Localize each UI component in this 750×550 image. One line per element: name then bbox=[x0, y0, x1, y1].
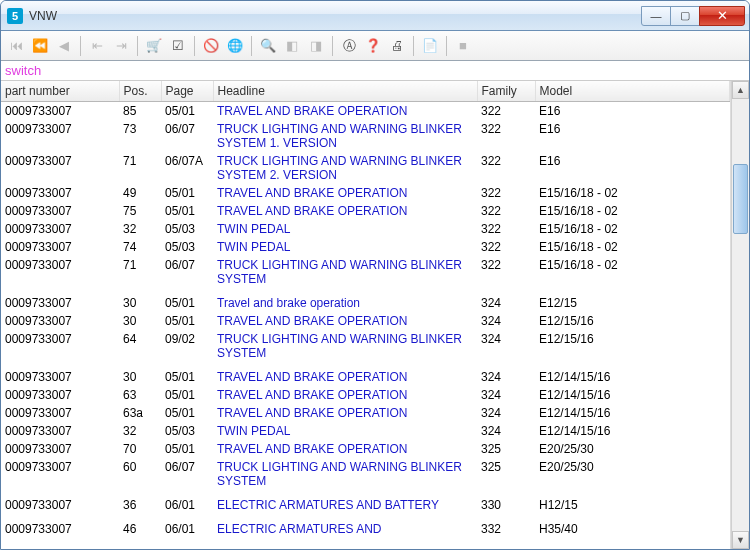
table-row[interactable]: 00097330073005/01TRAVEL AND BRAKE OPERAT… bbox=[1, 368, 730, 386]
cell-model: E15/16/18 - 02 bbox=[535, 238, 730, 256]
column-header-headline[interactable]: Headline bbox=[213, 81, 477, 102]
cell-family: 322 bbox=[477, 152, 535, 184]
table-row[interactable]: 00097330078505/01TRAVEL AND BRAKE OPERAT… bbox=[1, 102, 730, 121]
cell-model: E16 bbox=[535, 120, 730, 152]
table-row[interactable]: 00097330077106/07ATRUCK LIGHTING AND WAR… bbox=[1, 152, 730, 184]
column-header-family[interactable]: Family bbox=[477, 81, 535, 102]
cell-page: 05/03 bbox=[161, 422, 213, 440]
cell-pos: 30 bbox=[119, 294, 161, 312]
results-grid[interactable]: part numberPos.PageHeadlineFamilyModel 0… bbox=[1, 81, 731, 549]
table-row[interactable]: 00097330076006/07TRUCK LIGHTING AND WARN… bbox=[1, 458, 730, 490]
cell-model: E15/16/18 - 02 bbox=[535, 220, 730, 238]
cell-family: 324 bbox=[477, 404, 535, 422]
cell-part-number: 0009733007 bbox=[1, 256, 119, 288]
cell-part-number: 0009733007 bbox=[1, 238, 119, 256]
table-row[interactable]: 00097330077405/03TWIN PEDAL322E15/16/18 … bbox=[1, 238, 730, 256]
table-row[interactable]: 00097330073205/03TWIN PEDAL322E15/16/18 … bbox=[1, 220, 730, 238]
cell-part-number: 0009733007 bbox=[1, 404, 119, 422]
table-row[interactable]: 00097330073606/01ELECTRIC ARMATURES AND … bbox=[1, 496, 730, 514]
cell-page: 06/01 bbox=[161, 520, 213, 538]
print-icon[interactable]: 🖨 bbox=[386, 35, 408, 57]
cell-family: 322 bbox=[477, 202, 535, 220]
cell-pos: 60 bbox=[119, 458, 161, 490]
zoom-icon: 🔍 bbox=[257, 35, 279, 57]
cell-part-number: 0009733007 bbox=[1, 294, 119, 312]
cell-headline: TWIN PEDAL bbox=[213, 238, 477, 256]
checklist-icon[interactable]: ☑ bbox=[167, 35, 189, 57]
cell-page: 05/01 bbox=[161, 202, 213, 220]
cell-headline: TRUCK LIGHTING AND WARNING BLINKER SYSTE… bbox=[213, 120, 477, 152]
cell-model: H35/40 bbox=[535, 520, 730, 538]
cell-pos: 32 bbox=[119, 220, 161, 238]
cell-family: 324 bbox=[477, 368, 535, 386]
cell-page: 06/07A bbox=[161, 152, 213, 184]
cell-part-number: 0009733007 bbox=[1, 368, 119, 386]
cell-model: E12/14/15/16 bbox=[535, 404, 730, 422]
cell-page: 05/01 bbox=[161, 368, 213, 386]
cell-model: E12/14/15/16 bbox=[535, 422, 730, 440]
cell-family: 322 bbox=[477, 184, 535, 202]
column-header-part-number[interactable]: part number bbox=[1, 81, 119, 102]
cell-part-number: 0009733007 bbox=[1, 312, 119, 330]
stop-icon: ■ bbox=[452, 35, 474, 57]
window-controls: — ▢ ✕ bbox=[642, 6, 745, 26]
cell-pos: 71 bbox=[119, 256, 161, 288]
cell-family: 322 bbox=[477, 102, 535, 121]
cell-headline: TRAVEL AND BRAKE OPERATION bbox=[213, 102, 477, 121]
help-icon[interactable]: ❓ bbox=[362, 35, 384, 57]
cell-page: 06/07 bbox=[161, 458, 213, 490]
annotation-icon[interactable]: Ⓐ bbox=[338, 35, 360, 57]
cell-part-number: 0009733007 bbox=[1, 102, 119, 121]
table-row[interactable]: 00097330077306/07TRUCK LIGHTING AND WARN… bbox=[1, 120, 730, 152]
cell-model: H12/15 bbox=[535, 496, 730, 514]
minimize-button[interactable]: — bbox=[641, 6, 671, 26]
app-window: 5 VNW — ▢ ✕ ⏮⏪◀⇤⇥🛒☑🚫🌐🔍◧◨Ⓐ❓🖨📄■ switch par… bbox=[0, 0, 750, 550]
globe-icon[interactable]: 🌐 bbox=[224, 35, 246, 57]
cell-headline: TRUCK LIGHTING AND WARNING BLINKER SYSTE… bbox=[213, 152, 477, 184]
cell-pos: 30 bbox=[119, 368, 161, 386]
table-row[interactable]: 00097330076409/02TRUCK LIGHTING AND WARN… bbox=[1, 330, 730, 362]
cell-pos: 36 bbox=[119, 496, 161, 514]
cell-part-number: 0009733007 bbox=[1, 184, 119, 202]
cell-model: E12/14/15/16 bbox=[535, 368, 730, 386]
table-row[interactable]: 00097330076305/01TRAVEL AND BRAKE OPERAT… bbox=[1, 386, 730, 404]
table-row[interactable]: 000973300763a05/01TRAVEL AND BRAKE OPERA… bbox=[1, 404, 730, 422]
table-row[interactable]: 00097330074606/01ELECTRIC ARMATURES AND3… bbox=[1, 520, 730, 538]
cell-family: 325 bbox=[477, 458, 535, 490]
scroll-track[interactable] bbox=[732, 99, 749, 531]
table-row[interactable]: 00097330073005/01TRAVEL AND BRAKE OPERAT… bbox=[1, 312, 730, 330]
table-row[interactable]: 00097330077106/07TRUCK LIGHTING AND WARN… bbox=[1, 256, 730, 288]
table-row[interactable]: 00097330073205/03TWIN PEDAL324E12/14/15/… bbox=[1, 422, 730, 440]
maximize-button[interactable]: ▢ bbox=[670, 6, 700, 26]
column-header-model[interactable]: Model bbox=[535, 81, 730, 102]
table-row[interactable]: 00097330074905/01TRAVEL AND BRAKE OPERAT… bbox=[1, 184, 730, 202]
cell-model: E12/15 bbox=[535, 294, 730, 312]
first-icon: ⏮ bbox=[5, 35, 27, 57]
unflag-icon[interactable]: 🚫 bbox=[200, 35, 222, 57]
cell-part-number: 0009733007 bbox=[1, 202, 119, 220]
scroll-up-button[interactable]: ▲ bbox=[732, 81, 749, 99]
cell-pos: 63a bbox=[119, 404, 161, 422]
scroll-down-button[interactable]: ▼ bbox=[732, 531, 749, 549]
cell-pos: 70 bbox=[119, 440, 161, 458]
toolbar-separator bbox=[413, 36, 414, 56]
table-row[interactable]: 00097330077005/01TRAVEL AND BRAKE OPERAT… bbox=[1, 440, 730, 458]
scroll-thumb[interactable] bbox=[733, 164, 748, 234]
cell-family: 324 bbox=[477, 422, 535, 440]
cart-icon[interactable]: 🛒 bbox=[143, 35, 165, 57]
close-button[interactable]: ✕ bbox=[699, 6, 745, 26]
vertical-scrollbar[interactable]: ▲ ▼ bbox=[731, 81, 749, 549]
cell-headline: TRAVEL AND BRAKE OPERATION bbox=[213, 404, 477, 422]
toolbar-separator bbox=[251, 36, 252, 56]
cell-page: 05/01 bbox=[161, 294, 213, 312]
column-header-page[interactable]: Page bbox=[161, 81, 213, 102]
table-row[interactable]: 00097330077505/01TRAVEL AND BRAKE OPERAT… bbox=[1, 202, 730, 220]
cell-family: 322 bbox=[477, 256, 535, 288]
cell-family: 325 bbox=[477, 440, 535, 458]
cell-headline: ELECTRIC ARMATURES AND BATTERY bbox=[213, 496, 477, 514]
column-header-pos[interactable]: Pos. bbox=[119, 81, 161, 102]
table-row[interactable]: 00097330073005/01Travel and brake operat… bbox=[1, 294, 730, 312]
cell-family: 322 bbox=[477, 238, 535, 256]
cell-page: 05/03 bbox=[161, 220, 213, 238]
cell-headline: TRAVEL AND BRAKE OPERATION bbox=[213, 386, 477, 404]
